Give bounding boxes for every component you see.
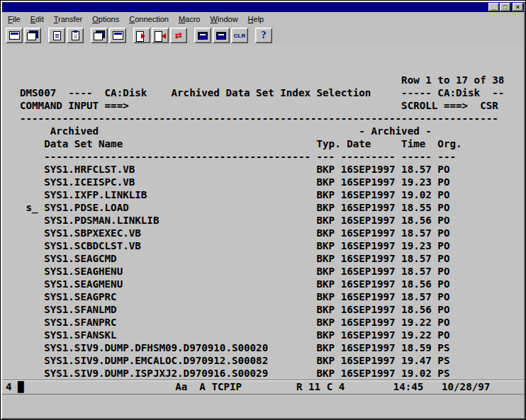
toolbar-group-transfer: ⇄: [133, 28, 187, 43]
status-line: 4 █ Aa A TCPIP R 11 C 4 14:45 10/28/97: [2, 380, 524, 395]
terminal-screen[interactable]: Row 1 to 17 of 38DMS007 ---- CA:Disk Arc…: [2, 45, 524, 380]
blank-line: [20, 48, 524, 61]
toolbar-group-help: ?: [255, 28, 272, 43]
oia-text: 4 █ Aa A TCPIP R 11 C 4 14:45 10/28/97: [2, 380, 524, 394]
table-row[interactable]: SYS1.SIV9.DUMP.DFHSM09.D970910.S00020 BK…: [20, 341, 524, 354]
menu-edit[interactable]: Edit: [26, 13, 49, 25]
table-row[interactable]: SYS1.SFANSKL BKP 16SEP1997 19.22 PO: [20, 329, 524, 341]
paste-icon: [72, 31, 79, 40]
paste-button[interactable]: [67, 28, 84, 43]
pa2-key-icon: [216, 32, 226, 40]
open-session-icon: [27, 30, 38, 40]
tile-windows-icon: [94, 30, 105, 40]
menu-file[interactable]: File: [3, 13, 26, 25]
pa2-key-button[interactable]: [213, 28, 230, 43]
archived-label-line: Archived - Archived -: [20, 125, 524, 137]
table-row[interactable]: SYS1.HRFCLST.VB BKP 16SEP1997 18.57 PO: [20, 163, 524, 176]
table-row[interactable]: SYS1.PDSMAN.LINKLIB BKP 16SEP1997 18.56 …: [20, 214, 524, 227]
table-row[interactable]: SYS1.SEAGMENU BKP 16SEP1997 18.56 PO: [20, 278, 524, 290]
new-session-button[interactable]: [6, 28, 23, 43]
command-input-line[interactable]: COMMAND INPUT ===> SCROLL ===> CSR: [20, 99, 524, 112]
toolbar-group-session: [6, 28, 41, 43]
menu-window[interactable]: Window: [205, 13, 242, 25]
send-file-icon: [136, 31, 148, 40]
help-icon: ?: [262, 30, 267, 41]
pa1-key-icon: [198, 32, 208, 40]
table-row[interactable]: SYS1.SEAGCMD BKP 16SEP1997 18.57 PO: [20, 252, 524, 265]
receive-file-icon: [155, 31, 167, 40]
pa1-key-button[interactable]: [194, 28, 211, 43]
menu-bar: File Edit Transfer Options Connection Ma…: [2, 12, 524, 25]
send-file-button[interactable]: [133, 28, 150, 43]
help-button[interactable]: ?: [255, 28, 272, 43]
new-session-icon: [9, 31, 20, 40]
menu-transfer[interactable]: Transfer: [49, 13, 88, 25]
toolbar-group-windows: [91, 28, 126, 43]
table-row[interactable]: s_ SYS1.PDSE.LOAD BKP 16SEP1997 18.55 PO: [20, 201, 524, 214]
clear-key-button[interactable]: CLR: [231, 28, 248, 43]
table-row[interactable]: SYS1.SCBDCLST.VB BKP 16SEP1997 19.23 PO: [20, 239, 524, 252]
minimize-button[interactable]: _: [488, 3, 499, 11]
cascade-windows-icon: [113, 31, 123, 40]
toolbar-group-keys: CLR: [194, 28, 248, 43]
menu-help[interactable]: Help: [243, 13, 269, 25]
application-window: _ □ × File Edit Transfer Options Connect…: [0, 0, 526, 420]
table-row[interactable]: SYS1.SFANPRC BKP 16SEP1997 19.22 PO: [20, 316, 524, 329]
blank-line: [20, 61, 524, 74]
separator-line: ----------------------------------------…: [20, 112, 524, 125]
table-row[interactable]: SYS1.SIV9.DUMP.EMCALOC.D970912.S00082 BK…: [20, 354, 524, 367]
transfer-both-icon: ⇄: [175, 31, 182, 40]
clear-key-icon: CLR: [234, 33, 245, 39]
table-row[interactable]: SYS1.SIV9.DUMP.ISPJXJ2.D970916.S00029 BK…: [20, 367, 524, 380]
menu-connection[interactable]: Connection: [124, 13, 174, 25]
copy-button[interactable]: [48, 28, 65, 43]
cascade-windows-button[interactable]: [109, 28, 126, 43]
menu-options[interactable]: Options: [87, 13, 124, 25]
title-bar[interactable]: _ □ ×: [2, 2, 524, 12]
column-header-line: Data Set Name Typ. Date Time Org.: [20, 137, 524, 150]
receive-file-button[interactable]: [152, 28, 169, 43]
transfer-both-button[interactable]: ⇄: [170, 28, 187, 43]
toolbar-group-clipboard: [48, 28, 84, 43]
table-row[interactable]: SYS1.ICEISPC.VB BKP 16SEP1997 19.23 PO: [20, 176, 524, 188]
table-row[interactable]: SYS1.SFANLMD BKP 16SEP1997 18.56 PO: [20, 303, 524, 316]
table-row[interactable]: SYS1.SEAGHENU BKP 16SEP1997 18.57 PO: [20, 265, 524, 278]
table-row[interactable]: SYS1.IXFP.LINKLIB BKP 16SEP1997 19.02 PO: [20, 188, 524, 201]
table-row[interactable]: SYS1.SBPXEXEC.VB BKP 16SEP1997 18.57 PO: [20, 227, 524, 239]
window-footer: [2, 395, 524, 418]
column-rule-line: ----------------------------------------…: [20, 150, 524, 163]
close-button[interactable]: ×: [513, 3, 523, 11]
copy-icon: [53, 31, 61, 40]
table-row[interactable]: SYS1.SEAGPRC BKP 16SEP1997 18.57 PO: [20, 290, 524, 303]
row-indicator-line: Row 1 to 17 of 38: [20, 74, 524, 86]
menu-macro[interactable]: Macro: [174, 13, 206, 25]
open-session-button[interactable]: [24, 28, 41, 43]
panel-title-line: DMS007 ---- CA:Disk Archived Data Set In…: [20, 86, 524, 99]
tile-windows-button[interactable]: [91, 28, 108, 43]
toolbar: ⇄ CLR ?: [2, 25, 524, 45]
maximize-button[interactable]: □: [500, 3, 510, 11]
